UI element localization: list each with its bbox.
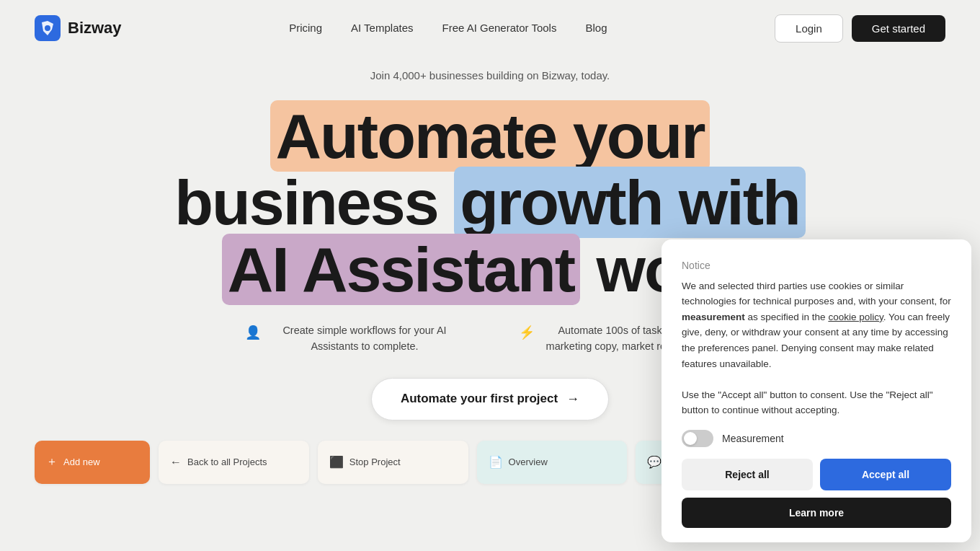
cookie-modal: Notice We and selected third parties use…	[662, 239, 971, 542]
feature-1-icon: 👤	[245, 325, 261, 340]
add-new-card[interactable]: ＋ Add new	[35, 441, 150, 484]
overview-card[interactable]: 📄 Overview	[477, 441, 628, 484]
cta-label: Automate your first project	[401, 392, 558, 406]
accept-button[interactable]: Accept all	[820, 459, 951, 490]
nav-blog[interactable]: Blog	[585, 22, 607, 34]
cookie-notice-label: Notice	[682, 260, 951, 271]
learn-more-button[interactable]: Learn more	[682, 498, 951, 528]
add-new-label: Add new	[63, 457, 100, 467]
cookie-body-text-2: as specified in the	[745, 312, 829, 322]
login-button[interactable]: Login	[775, 14, 843, 43]
nav-links: Pricing AI Templates Free AI Generator T…	[289, 22, 607, 35]
overview-icon: 📄	[489, 455, 503, 469]
get-started-button[interactable]: Get started	[852, 15, 945, 42]
feature-1-text: Create simple workflows for your AI Assi…	[268, 323, 461, 355]
cookie-body-text-4: Use the "Accept all" button to consent. …	[682, 389, 933, 416]
svg-point-1	[45, 25, 50, 31]
cookie-body-text-1: We and selected third parties use cookie…	[682, 281, 951, 307]
cookie-bold-text: measurement	[682, 312, 745, 322]
navbar: Bizway Pricing AI Templates Free AI Gene…	[0, 0, 980, 56]
nav-ai-templates[interactable]: AI Templates	[351, 22, 413, 34]
cta-arrow: →	[566, 392, 579, 407]
hero-highlight-1: Automate your	[270, 100, 710, 172]
reject-button[interactable]: Reject all	[682, 459, 813, 490]
logo-link[interactable]: Bizway	[35, 15, 122, 41]
cookie-body: We and selected third parties use cookie…	[682, 278, 951, 418]
cta-button[interactable]: Automate your first project →	[371, 378, 609, 420]
hero-word-business: business	[174, 167, 454, 238]
hero-subtitle: Join 4,000+ businesses building on Bizwa…	[0, 69, 980, 81]
nav-free-tools[interactable]: Free AI Generator Tools	[442, 22, 556, 34]
chat-icon: 💬	[647, 455, 662, 469]
logo-text: Bizway	[68, 19, 122, 38]
cookie-policy-link[interactable]: cookie policy	[828, 312, 883, 322]
hero-highlight-2: growth with	[454, 167, 806, 238]
back-card[interactable]: ← Back to all Projects	[159, 441, 309, 484]
toggle-knob	[684, 432, 697, 445]
cookie-action-buttons: Reject all Accept all	[682, 459, 951, 490]
back-label: Back to all Projects	[187, 457, 267, 467]
nav-pricing[interactable]: Pricing	[289, 22, 322, 34]
overview-label: Overview	[509, 457, 548, 467]
feature-2-icon: ⚡	[519, 325, 535, 340]
logo-icon	[35, 15, 61, 41]
nav-actions: Login Get started	[775, 14, 945, 43]
stop-icon: ⬛	[329, 455, 344, 469]
back-icon: ←	[170, 456, 182, 469]
measurement-label: Measurement	[722, 433, 784, 444]
hero-line-1: Automate your	[174, 103, 806, 169]
measurement-row: Measurement	[682, 430, 951, 447]
hero-highlight-3: AI Assistant	[222, 234, 580, 305]
measurement-toggle[interactable]	[682, 430, 713, 447]
feature-1: 👤 Create simple workflows for your AI As…	[245, 323, 461, 355]
stop-card[interactable]: ⬛ Stop Project	[318, 441, 468, 484]
hero-line-2: business growth with	[174, 169, 806, 236]
stop-label: Stop Project	[349, 457, 401, 467]
add-icon: ＋	[46, 454, 58, 470]
